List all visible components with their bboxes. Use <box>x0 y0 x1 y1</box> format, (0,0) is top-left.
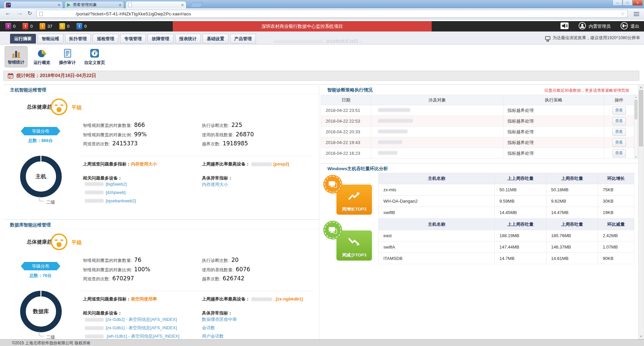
quick-item-caozuo-shenji[interactable]: 操作审计 <box>56 46 79 67</box>
nav-tab-xunjian-guanli[interactable]: 巡检管理 <box>93 34 118 44</box>
exclamation-icon: ! <box>59 23 65 29</box>
nav-tab-yunxing-zhaiyao[interactable]: 运行摘要 <box>10 34 36 44</box>
zigzag-down-arrow-icon <box>348 237 360 247</box>
total-count: 总数：866台 <box>21 138 60 144</box>
device-link[interactable]: [dzhpweb] <box>106 190 125 195</box>
health-face-icon <box>51 98 67 115</box>
table-row[interactable]: swiftB14.45MB14.47MB19KB <box>379 207 634 218</box>
table-row[interactable]: zx-mts50.11MB50.18MB75KB <box>379 184 634 196</box>
browser-tab-3-active[interactable]: × <box>125 1 186 8</box>
abnormal-metrics-label: 具体异常指标： <box>202 310 232 316</box>
nav-tab-tuopu-guanli[interactable]: 拓扑管理 <box>65 34 91 44</box>
panel-title: Windows主机吞吐量环比分析 <box>327 166 388 172</box>
quick-item-zidingyi-shouye[interactable]: 自定义首页 <box>83 46 106 67</box>
quick-item-zhiwei-tongji[interactable]: 智维统计 <box>5 46 28 67</box>
announcement-speaker-icon[interactable] <box>560 22 569 30</box>
table-row[interactable]: 2018-04-22 20:33 指标越界处理 查看 <box>321 127 634 137</box>
table-row[interactable]: 2018-04-22 19:43 指标越界处理 查看 <box>321 137 634 148</box>
table-row[interactable]: 2018-04-22 16:23 指标越界处理 查看 <box>321 148 634 159</box>
alert-badge-info[interactable]: ! 0 <box>76 23 87 29</box>
device-link-row: .[wh-l1db1] - 表空间信息[AFS_INDEX] <box>85 333 179 339</box>
scroll-up-icon[interactable]: ▲ <box>639 86 643 89</box>
minimize-button[interactable]: – <box>612 0 623 6</box>
related-devices-label: 相关问题最多设备： <box>83 310 122 316</box>
nav-tab-zhuanxiang-guanli[interactable]: 专项管理 <box>120 34 146 44</box>
nav-tab-jichu-shezhi[interactable]: 基础设置 <box>203 34 228 44</box>
metric-link[interactable]: 会话数 <box>202 325 215 331</box>
alert-badge-major[interactable]: ! 0 <box>22 23 33 29</box>
scroll-up-icon[interactable]: ▲ <box>634 96 638 98</box>
scrollbar-thumb[interactable] <box>635 100 637 119</box>
forward-icon[interactable]: → <box>16 9 23 17</box>
device-link[interactable]: [big5web2] <box>106 182 127 187</box>
browser-menu-icon[interactable] <box>634 12 639 16</box>
back-icon[interactable]: ← <box>5 9 11 17</box>
host-aiops-panel: 主机智能运维管理 总体健康趋势： 平稳 等级分布 总数：866台 智维规则覆盖的… <box>3 84 319 217</box>
device-link[interactable]: [zx-l1db1] - 表空间信息[AFS_INDEX] <box>106 325 177 331</box>
logout-icon[interactable] <box>621 22 628 31</box>
metric-link[interactable]: 用户会话数 <box>202 333 224 339</box>
view-button[interactable]: 查看 <box>612 149 626 157</box>
table-header-row: 主机名称 上上周吞吐量 上周吞吐量 环比减量 <box>379 219 634 230</box>
close-button[interactable]: × <box>633 0 643 6</box>
stat-baseline-count: 使用的基线数量:6076 <box>202 266 250 273</box>
table-row[interactable]: WH-OA-Dangan29.59MB9.62MB30KB <box>379 196 634 207</box>
device-link[interactable]: .[wh-l1db1] - 表空间信息[AFS_INDEX] <box>106 333 179 339</box>
stat-week-patrols: 周巡查的次数:670297 <box>83 275 134 282</box>
stat-covered-ratio: 智维规则覆盖的对象比例:99% <box>83 131 147 138</box>
scrollbar-thumb[interactable] <box>639 90 643 146</box>
metric-link[interactable]: 数据缓存区命中率 <box>202 317 237 323</box>
alert-status-bar: ! 0 ! 0 ! 37 ! 0 ! 0 深圳农村商业银行数据中心监控系统项目 <box>0 21 644 31</box>
current-user-label[interactable]: 内置管理员 <box>589 23 610 29</box>
stat-week-patrols: 周巡查的次数:2415373 <box>83 140 138 147</box>
browser-tab-1[interactable]: × <box>3 1 63 8</box>
stat-diagnosis-count: 执行诊断次数:20 <box>202 257 238 264</box>
donut-callout-label: 二级 <box>46 199 55 205</box>
view-button[interactable]: 查看 <box>612 128 626 136</box>
browser-tab-2[interactable]: 查看管理对象 × <box>64 1 124 8</box>
metric-link[interactable]: 内存使用大小 <box>202 182 228 188</box>
device-link[interactable]: [iqsebankweb2] <box>106 198 136 203</box>
data-limit-note: 仅显示最近30条数据，更多请查看策略管理页面 <box>544 88 629 93</box>
monitor-icon <box>545 36 550 40</box>
scroll-down-icon[interactable]: ▼ <box>639 335 643 338</box>
browser-toolbar: ← → ↻ /portal/?ticket=ST-41-HNZkTtgXke51… <box>0 8 644 19</box>
bookmark-star-icon[interactable]: ☆ <box>621 11 625 17</box>
nav-tab-zhineng-yunwei[interactable]: 智能运维 <box>38 34 63 44</box>
table-row[interactable]: 2018-04-22 23:51 指标越界处理 查看 <box>321 105 634 116</box>
copyright-text: ©2015 上海北塔软件股份有限公司 版权所有 <box>12 340 91 346</box>
nav-tab-chanpin-guanli[interactable]: 产品管理 <box>230 34 256 44</box>
tab-close-icon[interactable]: × <box>119 3 121 7</box>
alert-badge-minor[interactable]: ! 37 <box>40 23 52 29</box>
table-row[interactable]: east188.19MB185.76MB2.42MB <box>379 230 634 241</box>
nav-tab-baobiao-tongji[interactable]: 报表统计 <box>175 34 201 44</box>
view-button[interactable]: 查看 <box>612 139 626 147</box>
view-button[interactable]: 查看 <box>612 117 626 125</box>
nav-tab-guzhang-guanli[interactable]: 故障管理 <box>148 34 173 44</box>
top-issue-metric: 上周巡查问题最多指标：表空间使用率 <box>83 296 157 302</box>
exclamation-icon: ! <box>22 23 28 29</box>
device-link[interactable]: [zx-l1db2] - 表空间信息[AFS_INDEX] <box>106 317 177 323</box>
new-tab-button[interactable] <box>190 2 203 7</box>
scroll-down-icon[interactable]: ▼ <box>634 156 638 158</box>
page-scrollbar[interactable]: ▲ ▼ <box>638 84 644 339</box>
alert-badge-warning[interactable]: ! 0 <box>59 23 69 29</box>
quick-item-yunxing-gailan[interactable]: 运行概览 <box>31 46 53 67</box>
address-bar[interactable]: /portal/?ticket=ST-41-HNZkTtgXke51igDwp2… <box>36 10 628 18</box>
table-row[interactable]: swiftA147.44MB146.37MB1.07MB <box>379 241 634 253</box>
maximize-button[interactable]: □ <box>623 0 633 6</box>
view-button[interactable]: 查看 <box>612 107 626 115</box>
panel-title: 数据库智能运维管理 <box>10 222 51 228</box>
diagnosis-policy-panel: 智能诊断策略执行情况 仅显示最近30条数据，更多请查看策略管理页面 日期 涉及对… <box>321 84 638 161</box>
reload-icon[interactable]: ↻ <box>28 10 32 16</box>
tab-close-icon[interactable]: × <box>58 3 60 7</box>
table-scrollbar[interactable]: ▲ ▼ <box>634 95 638 159</box>
logout-label[interactable]: 退出 <box>631 23 639 29</box>
alert-badge-critical[interactable]: ! 0 <box>5 23 15 29</box>
stat-threshold-count: 越界次数:626742 <box>202 275 245 282</box>
top-threshold-device: 上周越界比率最高设备：[posp2] <box>202 161 289 167</box>
table-row[interactable]: ITAMSDB14.7MB14.61MB90KB <box>379 253 634 264</box>
table-row[interactable]: 2018-04-22 22:53 指标越界处理 查看 <box>321 116 634 127</box>
tab-close-icon[interactable]: × <box>181 3 184 7</box>
abnormal-metrics-label: 具体异常指标： <box>202 175 232 181</box>
